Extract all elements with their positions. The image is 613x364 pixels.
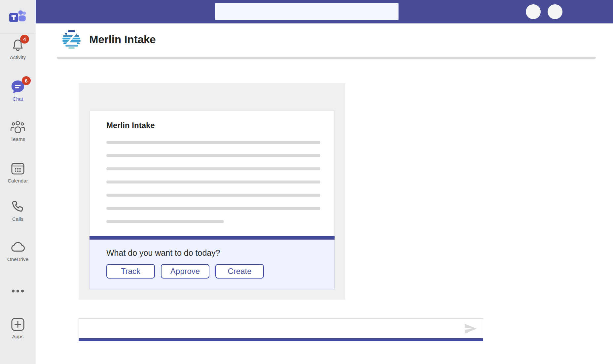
track-button[interactable]: Track: [106, 264, 155, 279]
card-body: Merlin Intake: [90, 111, 335, 236]
search-input[interactable]: [215, 3, 399, 20]
card-question: What do you want to do today?: [106, 248, 334, 258]
placeholder-line: [106, 167, 320, 170]
page-title: Merlin Intake: [89, 33, 156, 46]
approve-button[interactable]: Approve: [161, 264, 209, 279]
apps-plus-icon: [11, 317, 25, 331]
topbar-circle-button[interactable]: [526, 4, 541, 19]
ellipsis-icon: [11, 289, 24, 293]
cloud-icon: [10, 242, 26, 253]
card-accent-bar: [90, 236, 335, 240]
sidebar-item-activity[interactable]: 4 Activity: [0, 37, 36, 60]
send-button[interactable]: [464, 323, 478, 335]
sidebar-item-label: OneDrive: [7, 256, 28, 262]
sidebar-item-chat[interactable]: 6 Chat: [0, 79, 36, 102]
bot-message-panel: Merlin Intake What do you want to do tod…: [79, 83, 345, 300]
teams-window: 4 Activity 6 Chat: [0, 0, 613, 364]
card-action-panel: What do you want to do today? Track Appr…: [90, 240, 335, 289]
card-title: Merlin Intake: [106, 121, 320, 130]
sidebar-item-label: Chat: [13, 96, 23, 102]
sidebar-item-teams[interactable]: Teams: [0, 119, 36, 142]
header-divider: [57, 57, 596, 59]
send-icon: [464, 323, 477, 334]
teams-logo: [0, 0, 36, 34]
message-input[interactable]: [79, 319, 483, 338]
message-composer: [79, 318, 483, 341]
sidebar-item-label: Apps: [12, 334, 24, 339]
sidebar-item-calendar[interactable]: Calendar: [0, 160, 36, 183]
sidebar-item-more[interactable]: [0, 286, 36, 296]
chat-badge: 6: [22, 76, 31, 85]
placeholder-line: [106, 194, 320, 197]
people-icon: [10, 120, 25, 134]
title-bar: [36, 0, 613, 23]
chat-pane: Merlin Intake Merlin Intake: [36, 23, 613, 364]
placeholder-line: [106, 181, 320, 183]
topbar-circle-button[interactable]: [548, 4, 562, 19]
app-rail: 4 Activity 6 Chat: [0, 0, 36, 364]
placeholder-line: [106, 220, 224, 223]
activity-badge: 4: [20, 35, 29, 44]
placeholder-line: [106, 154, 320, 157]
teams-logo-icon: [9, 10, 26, 24]
placeholder-line: [106, 207, 320, 210]
card-placeholder-text: [106, 141, 320, 223]
sidebar-item-apps[interactable]: Apps: [0, 316, 36, 339]
placeholder-line: [106, 141, 320, 144]
sidebar-item-label: Calendar: [8, 178, 28, 183]
card-action-buttons: Track Approve Create: [106, 264, 334, 279]
create-button[interactable]: Create: [215, 264, 264, 279]
app-header: Merlin Intake: [62, 29, 156, 50]
merlin-intake-icon: [62, 30, 81, 49]
sidebar-item-onedrive[interactable]: OneDrive: [0, 239, 36, 262]
phone-icon: [11, 200, 25, 214]
sidebar-item-label: Calls: [12, 216, 23, 222]
sidebar-item-label: Teams: [11, 136, 25, 142]
calendar-icon: [11, 162, 25, 175]
adaptive-card: Merlin Intake What do you want to do tod…: [90, 111, 335, 289]
sidebar-item-calls[interactable]: Calls: [0, 199, 36, 222]
sidebar-item-label: Activity: [10, 54, 26, 60]
